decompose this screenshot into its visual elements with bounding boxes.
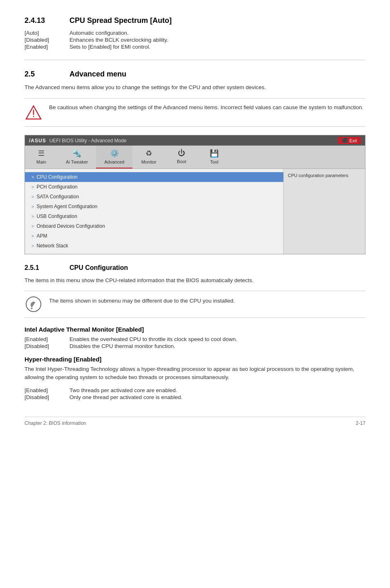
bios-help-panel: CPU configuration parameters [283, 169, 365, 254]
hyper-threading-heading: Hyper-threading [Enabled] [25, 356, 365, 363]
tool-icon: 💾 [210, 149, 219, 158]
footer-right: 2-17 [356, 420, 365, 426]
divider-1 [25, 60, 365, 60]
warning-box: Be cautious when changing the settings o… [25, 98, 365, 127]
bios-titlebar-left: /ASUS UEFI BIOS Utility - Advanced Mode [29, 138, 126, 144]
ht-enabled-row: [Enabled] Two threads per activated core… [25, 387, 365, 393]
bios-nav-boot[interactable]: ⏻ Boot [165, 146, 198, 168]
cpu-config-label: CPU Configuration [36, 174, 77, 180]
section-2-5-body: The Advanced menu items allow you to cha… [25, 83, 365, 92]
monitor-icon: ♻ [146, 149, 152, 158]
section-2-5-1-heading: 2.5.1 CPU Configuration [25, 264, 365, 272]
note-icon [25, 295, 43, 313]
exit-label: Exit [350, 138, 357, 143]
section-2-4-13-heading: 2.4.13 CPU Spread Spectrum [Auto] [25, 16, 365, 25]
arrow-pch: > [31, 184, 34, 189]
thermal-enabled-row: [Enabled] Enables the overheated CPU to … [25, 336, 365, 342]
bios-menu-pch-config[interactable]: > PCH Configuration [25, 182, 283, 192]
bios-menu: > CPU Configuration > PCH Configuration … [25, 169, 283, 254]
ht-enabled-term: [Enabled] [25, 387, 69, 393]
arrow-onboard: > [31, 224, 34, 229]
option-disabled-row: [Disabled] Enhances the BCLK overclockin… [25, 37, 365, 43]
option-auto-term: [Auto] [25, 30, 69, 36]
bios-nav-monitor[interactable]: ♻ Monitor [132, 146, 165, 168]
thermal-disabled-row: [Disabled] Disables the CPU thermal moni… [25, 343, 365, 349]
arrow-apm: > [31, 233, 34, 238]
section-2-4-13-title: CPU Spread Spectrum [Auto] [69, 16, 172, 25]
section-2-4-13-num: 2.4.13 [25, 16, 57, 25]
bios-menu-usb-config[interactable]: > USB Configuration [25, 211, 283, 221]
option-auto-desc: Automatic configuration. [69, 30, 129, 36]
bios-ui-mockup: /ASUS UEFI BIOS Utility - Advanced Mode … [25, 135, 365, 254]
bios-nav-advanced[interactable]: ⚙️ Advanced [96, 146, 132, 168]
section-2-5-1-body: The items in this menu show the CPU-rela… [25, 276, 365, 285]
advanced-icon: ⚙️ [110, 149, 119, 158]
section-2-5-heading: 2.5 Advanced menu [25, 70, 365, 79]
section-2-5-1-num: 2.5.1 [25, 264, 57, 272]
thermal-enabled-desc: Enables the overheated CPU to throttle i… [69, 336, 237, 342]
bios-nav-main[interactable]: ☰ Main [25, 146, 58, 168]
ht-disabled-row: [Disabled] Only one thread per activated… [25, 394, 365, 400]
footer: Chapter 2: BIOS information 2-17 [25, 417, 365, 426]
section-2-5-title: Advanced menu [69, 70, 126, 79]
warning-icon [25, 103, 43, 121]
intel-thermal-options: [Enabled] Enables the overheated CPU to … [25, 336, 365, 349]
option-enabled-row: [Enabled] Sets to [Enabled] for EMI cont… [25, 44, 365, 50]
exit-icon: ⬛ [342, 138, 348, 143]
note-text: The items shown in submenu may be differ… [49, 295, 235, 305]
bios-menu-onboard-devices[interactable]: > Onboard Devices Configuration [25, 221, 283, 231]
bios-nav-tool[interactable]: 💾 Tool [198, 146, 231, 168]
hyper-threading-body: The Intel Hyper-Threading Technology all… [25, 365, 365, 382]
bios-title-text: UEFI BIOS Utility - Advanced Mode [49, 138, 127, 144]
thermal-disabled-desc: Disables the CPU thermal monitor functio… [69, 343, 175, 349]
footer-left: Chapter 2: BIOS information [25, 420, 86, 426]
option-auto-row: [Auto] Automatic configuration. [25, 30, 365, 36]
network-stack-label: Network Stack [36, 243, 68, 249]
thermal-disabled-term: [Disabled] [25, 343, 69, 349]
bios-content: > CPU Configuration > PCH Configuration … [25, 169, 365, 254]
arrow-cpu: > [31, 175, 34, 180]
main-label: Main [36, 159, 46, 164]
onboard-devices-label: Onboard Devices Configuration [36, 223, 105, 229]
tool-label: Tool [210, 159, 218, 164]
arrow-network: > [31, 243, 34, 248]
thermal-enabled-term: [Enabled] [25, 336, 69, 342]
bios-exit-button[interactable]: ⬛ Exit [338, 137, 361, 144]
bios-nav-ai-tweaker[interactable]: 🔩 Ai Tweaker [58, 146, 96, 168]
boot-icon: ⏻ [178, 149, 185, 157]
option-disabled-term: [Disabled] [25, 37, 69, 43]
bios-menu-cpu-config[interactable]: > CPU Configuration [25, 172, 283, 182]
usb-config-label: USB Configuration [36, 213, 77, 219]
boot-label: Boot [177, 159, 186, 164]
option-disabled-desc: Enhances the BCLK overclocking ability. [69, 37, 168, 43]
sata-config-label: SATA Configuration [36, 194, 79, 200]
ai-tweaker-icon: 🔩 [72, 149, 81, 158]
bios-menu-network-stack[interactable]: > Network Stack [25, 241, 283, 251]
section-2-4-13-options: [Auto] Automatic configuration. [Disable… [25, 30, 365, 50]
ht-enabled-desc: Two threads per activated core are enabl… [69, 387, 177, 393]
advanced-label: Advanced [104, 159, 124, 164]
arrow-system-agent: > [31, 204, 34, 209]
ai-tweaker-label: Ai Tweaker [66, 159, 88, 164]
apm-label: APM [36, 233, 47, 239]
option-enabled-term: [Enabled] [25, 44, 69, 50]
bios-menu-sata-config[interactable]: > SATA Configuration [25, 192, 283, 202]
intel-thermal-heading: Intel Adaptive Thermal Monitor [Enabled] [25, 326, 365, 333]
bios-menu-apm[interactable]: > APM [25, 231, 283, 241]
ht-disabled-term: [Disabled] [25, 394, 69, 400]
option-enabled-desc: Sets to [Enabled] for EMI control. [69, 44, 150, 50]
system-agent-label: System Agent Configuration [36, 204, 97, 209]
main-icon: ☰ [38, 149, 45, 158]
bios-help-text: CPU configuration parameters [288, 173, 348, 178]
hyper-threading-options: [Enabled] Two threads per activated core… [25, 387, 365, 400]
bios-menu-system-agent[interactable]: > System Agent Configuration [25, 202, 283, 211]
section-2-5-1-title: CPU Configuration [69, 264, 128, 272]
arrow-usb: > [31, 214, 34, 219]
asus-logo: /ASUS [29, 138, 46, 144]
bios-titlebar: /ASUS UEFI BIOS Utility - Advanced Mode … [25, 135, 365, 146]
monitor-label: Monitor [141, 159, 157, 164]
ht-disabled-desc: Only one thread per activated core is en… [69, 394, 182, 400]
bios-nav: ☰ Main 🔩 Ai Tweaker ⚙️ Advanced ♻ Monito… [25, 146, 365, 169]
svg-point-2 [33, 116, 34, 117]
note-box: The items shown in submenu may be differ… [25, 291, 365, 318]
